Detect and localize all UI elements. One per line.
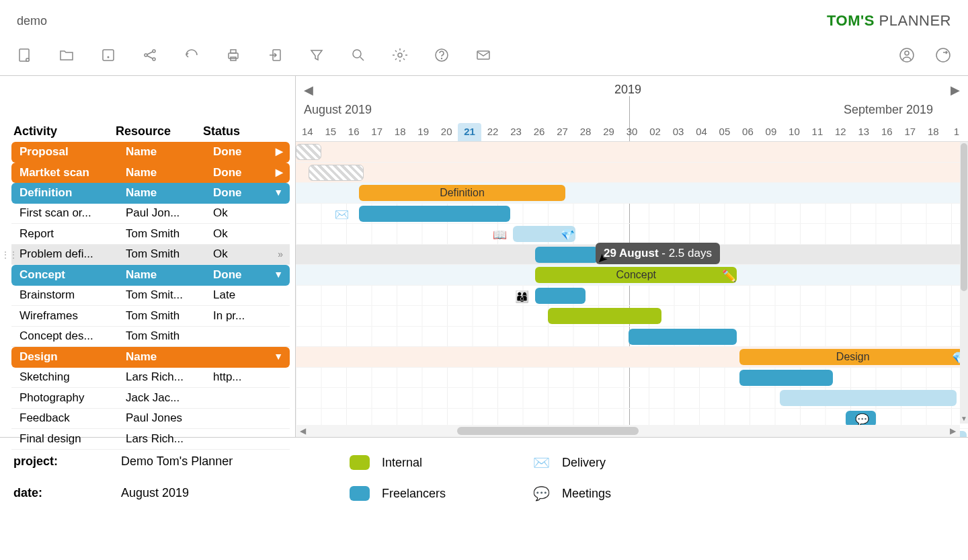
cell-status[interactable]: Ok: [213, 206, 290, 220]
gantt-bar[interactable]: [629, 329, 737, 345]
cell-resource[interactable]: Tom Smith: [126, 309, 213, 323]
cell-activity[interactable]: Concept des...: [11, 329, 126, 343]
cell-resource[interactable]: Tom Smith: [126, 247, 213, 261]
date-header[interactable]: 28: [574, 123, 597, 141]
share-icon[interactable]: [142, 47, 158, 63]
gantt-row[interactable]: Concept✏️: [296, 265, 968, 286]
cell-status[interactable]: Late: [213, 288, 290, 302]
date-header[interactable]: 02: [643, 123, 666, 141]
gantt-bar[interactable]: [309, 165, 364, 181]
vertical-scrollbar[interactable]: ▼: [960, 142, 968, 424]
cell-activity[interactable]: Feedback: [11, 411, 126, 425]
date-header[interactable]: 03: [667, 123, 690, 141]
scroll-left-icon[interactable]: ◀: [304, 83, 313, 97]
gantt-row[interactable]: [296, 327, 968, 348]
gantt-row[interactable]: [296, 388, 968, 409]
cell-status[interactable]: Ok: [213, 227, 290, 241]
gantt-bar[interactable]: [535, 288, 586, 304]
drag-handle-icon[interactable]: ⋮⋮: [1, 250, 17, 259]
user-icon[interactable]: [899, 47, 915, 63]
gantt-bar[interactable]: [296, 144, 321, 160]
gantt-bar[interactable]: [535, 247, 598, 263]
cell-resource[interactable]: Lars Rich...: [126, 370, 213, 384]
date-header[interactable]: 30: [620, 123, 643, 141]
gantt-row[interactable]: Definition: [296, 183, 968, 204]
task-row[interactable]: BrainstormTom Smit...Late: [11, 286, 290, 307]
search-icon[interactable]: [350, 47, 366, 63]
gantt-bar[interactable]: [548, 308, 661, 324]
save-icon[interactable]: [100, 47, 116, 63]
gantt-row[interactable]: Design💎: [296, 347, 968, 368]
scroll-right-icon[interactable]: ▶: [951, 83, 960, 97]
filter-icon[interactable]: [309, 47, 325, 63]
cell-activity[interactable]: Wireframes: [11, 309, 126, 323]
expand-arrow-icon[interactable]: ▼: [274, 269, 283, 280]
group-header-row[interactable]: DesignName▼: [11, 347, 290, 368]
print-icon[interactable]: [225, 47, 241, 63]
chevron-right-icon[interactable]: ▶: [950, 426, 956, 436]
cell-resource[interactable]: Tom Smit...: [126, 288, 213, 302]
task-row[interactable]: Concept des...Tom Smith: [11, 327, 290, 348]
date-header[interactable]: 16: [342, 123, 365, 141]
attachment-icon[interactable]: ✉️: [335, 208, 349, 222]
gantt-bar[interactable]: [780, 390, 957, 406]
cell-activity[interactable]: Final design: [11, 432, 126, 446]
cell-status[interactable]: http...: [213, 370, 290, 384]
cell-resource[interactable]: Tom Smith: [126, 227, 213, 241]
date-header[interactable]: 20: [435, 123, 458, 141]
mail-icon[interactable]: [475, 47, 491, 63]
cell-resource[interactable]: Paul Jones: [126, 411, 213, 425]
group-header-row[interactable]: Martket scanNameDone▶: [11, 163, 290, 184]
settings-icon[interactable]: [392, 47, 408, 63]
group-header-row[interactable]: ConceptNameDone▼: [11, 265, 290, 286]
cell-resource[interactable]: Paul Jon...: [126, 206, 213, 220]
col-resource[interactable]: Resource: [116, 124, 203, 138]
chevron-left-icon[interactable]: ◀: [300, 426, 306, 436]
date-header[interactable]: 19: [411, 123, 434, 141]
gantt-row[interactable]: 👨‍👩‍👦: [296, 286, 968, 307]
group-header-row[interactable]: DefinitionNameDone▼: [11, 183, 290, 204]
cell-status[interactable]: In pr...: [213, 309, 290, 323]
task-row[interactable]: Final designLars Rich...: [11, 429, 290, 450]
gantt-row[interactable]: [296, 306, 968, 327]
expand-arrow-icon[interactable]: ▼: [274, 187, 283, 198]
scroll-thumb[interactable]: [961, 143, 967, 291]
task-row[interactable]: First scan or...Paul Jon...Ok: [11, 204, 290, 225]
group-header-row[interactable]: ProposalNameDone▶: [11, 142, 290, 163]
date-header[interactable]: 21: [458, 123, 481, 141]
task-row[interactable]: ReportTom SmithOk: [11, 224, 290, 245]
cell-activity[interactable]: Report: [11, 227, 126, 241]
cell-resource[interactable]: Jack Jac...: [126, 391, 213, 405]
expand-arrow-icon[interactable]: ▶: [276, 167, 283, 177]
cell-resource[interactable]: Name: [126, 268, 213, 282]
col-activity[interactable]: Activity: [0, 124, 116, 138]
chevron-down-icon[interactable]: ▼: [960, 415, 968, 422]
new-file-icon[interactable]: [17, 47, 33, 63]
gantt-row[interactable]: [296, 142, 968, 163]
task-row[interactable]: ⋮⋮Problem defi...Tom SmithOk»: [11, 245, 290, 266]
cell-activity[interactable]: Definition: [11, 186, 126, 200]
cell-resource[interactable]: Lars Rich...: [126, 432, 213, 446]
task-row[interactable]: PhotographyJack Jac...: [11, 388, 290, 409]
gantt-bar[interactable]: Design: [739, 349, 967, 365]
attachment-icon[interactable]: 💎: [561, 228, 575, 242]
gantt-bar[interactable]: [739, 370, 833, 386]
help-icon[interactable]: [434, 47, 450, 63]
gantt-bar[interactable]: Definition: [359, 185, 566, 201]
folder-icon[interactable]: [58, 47, 75, 63]
cell-activity[interactable]: Problem defi...: [11, 247, 126, 261]
date-header[interactable]: 10: [782, 123, 805, 141]
date-header[interactable]: 05: [713, 123, 736, 141]
gantt-row[interactable]: [296, 368, 968, 389]
date-header[interactable]: 23: [504, 123, 527, 141]
cell-resource[interactable]: Name: [126, 166, 213, 179]
task-row[interactable]: FeedbackPaul Jones: [11, 409, 290, 430]
gantt-bar[interactable]: Concept: [535, 267, 737, 283]
import-icon[interactable]: [267, 47, 283, 63]
horizontal-scrollbar[interactable]: ◀ ▶: [296, 425, 960, 437]
attachment-icon[interactable]: 👨‍👩‍👦: [515, 290, 529, 304]
date-header[interactable]: 17: [365, 123, 388, 141]
gantt-bar[interactable]: [359, 206, 510, 222]
date-header[interactable]: 27: [551, 123, 573, 141]
date-header[interactable]: 22: [481, 123, 504, 141]
